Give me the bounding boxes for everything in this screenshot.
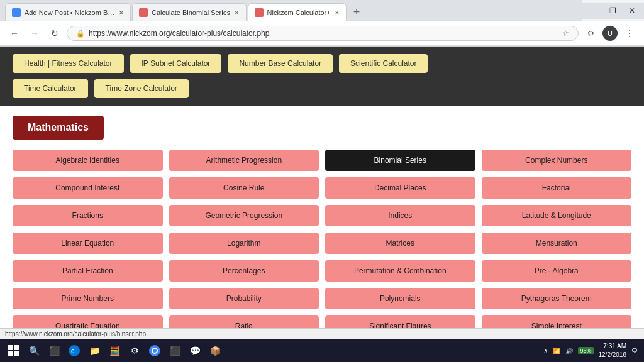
edge-icon[interactable]: e — [65, 342, 83, 347]
math-item-algebraic-identities[interactable]: Algebraic Identities — [13, 150, 163, 171]
health-fitness-btn[interactable]: Health | Fitness Calculator — [13, 54, 124, 73]
math-item-matrices[interactable]: Matrices — [325, 233, 475, 254]
calc-row-2: Time Calculator Time Zone Calculator — [13, 79, 631, 98]
math-item-complex-numbers[interactable]: Complex Numbers — [482, 150, 632, 171]
taskbar-right: ∧ 📶 🔊 95% 7:31 AM 12/2/2018 🗨 — [543, 342, 640, 347]
math-title: Mathematics — [13, 116, 104, 140]
tab-1[interactable]: Add New Post • Nickzom Blog – × — [5, 3, 131, 21]
settings-icon[interactable]: ⚙ — [126, 342, 143, 347]
page-content: Health | Fitness Calculator IP Subnet Ca… — [0, 47, 644, 347]
tab-2-title: Calculate Binomial Series — [152, 9, 230, 16]
svg-rect-1 — [14, 345, 19, 347]
user-avatar[interactable]: U — [602, 26, 618, 41]
lock-icon: 🔒 — [76, 30, 85, 38]
svg-rect-0 — [8, 345, 13, 347]
tab-1-title: Add New Post • Nickzom Blog – — [25, 9, 115, 16]
status-bar: https://www.nickzom.org/calculator-plus/… — [0, 328, 644, 339]
time-display: 7:31 AM 12/2/2018 — [599, 342, 627, 347]
number-base-btn[interactable]: Number Base Calculator — [228, 54, 333, 73]
math-item-factorial[interactable]: Factorial — [482, 177, 632, 199]
ip-subnet-btn[interactable]: IP Subnet Calculator — [130, 54, 222, 73]
math-item-polynomials[interactable]: Polynomials — [325, 288, 475, 309]
math-item-pre-algebra[interactable]: Pre - Algebra — [482, 260, 632, 282]
nav-right: ⚙ U ⋮ — [582, 25, 638, 41]
math-item-percentages[interactable]: Percentages — [169, 260, 319, 282]
timezone-btn[interactable]: Time Zone Calculator — [94, 79, 189, 98]
tab-2-favicon — [139, 8, 148, 17]
app-icon-8[interactable]: 💬 — [186, 342, 204, 347]
taskbar: 🔍 ⬛ e 📁 🧮 ⚙ ⬛ 💬 📦 ∧ 📶 🔊 95% 7:31 AM 12/2… — [0, 339, 644, 347]
app-icon-7[interactable]: ⬛ — [166, 342, 184, 347]
calc-row-1: Health | Fitness Calculator IP Subnet Ca… — [13, 54, 631, 73]
extensions-button[interactable]: ⚙ — [582, 25, 599, 41]
math-item-logarithm[interactable]: Logarithm — [169, 233, 319, 254]
math-item-permutation-combination[interactable]: Permutation & Combination — [325, 260, 475, 282]
tab-2-close[interactable]: × — [234, 8, 239, 18]
back-button[interactable]: ← — [6, 25, 23, 41]
tab-3[interactable]: Nickzom Calculator+ × — [248, 3, 347, 21]
math-section: Mathematics Algebraic IdentitiesArithmet… — [0, 106, 644, 347]
tab-1-close[interactable]: × — [119, 8, 124, 18]
nav-bar: ← → ↻ 🔒 https://www.nickzom.org/calculat… — [0, 21, 644, 46]
math-item-indices[interactable]: Indices — [325, 205, 475, 226]
math-item-cosine-rule[interactable]: Cosine Rule — [169, 177, 319, 199]
bookmark-icon[interactable]: ☆ — [562, 29, 569, 38]
browser-chrome: Add New Post • Nickzom Blog – × Calculat… — [0, 0, 644, 47]
time-calc-btn[interactable]: Time Calculator — [13, 79, 88, 98]
new-tab-button[interactable]: + — [348, 4, 365, 21]
math-item-partial-fraction[interactable]: Partial Fraction — [13, 260, 163, 282]
math-item-probability[interactable]: Probability — [169, 288, 319, 309]
tab-2[interactable]: Calculate Binomial Series × — [132, 3, 247, 21]
tab-3-title: Nickzom Calculator+ — [267, 9, 331, 16]
math-item-prime-numbers[interactable]: Prime Numbers — [13, 288, 163, 309]
math-item-fractions[interactable]: Fractions — [13, 205, 163, 226]
chrome-icon[interactable] — [146, 342, 164, 347]
tab-3-close[interactable]: × — [335, 8, 340, 18]
math-item-binomial-series[interactable]: Binomial Series — [325, 150, 475, 171]
minimize-button[interactable]: ─ — [587, 5, 601, 16]
tab-bar: Add New Post • Nickzom Blog – × Calculat… — [0, 0, 644, 21]
svg-point-4 — [69, 345, 80, 347]
scientific-btn[interactable]: Scientific Calculator — [339, 54, 428, 73]
reload-button[interactable]: ↻ — [47, 25, 63, 41]
forward-button[interactable]: → — [26, 25, 43, 41]
file-explorer-icon[interactable]: 📁 — [86, 342, 103, 347]
search-taskbar-icon[interactable]: 🔍 — [25, 342, 43, 347]
math-grid: Algebraic IdentitiesArithmetic Progressi… — [13, 150, 631, 337]
math-item-geometric-progression[interactable]: Geometric Progression — [169, 205, 319, 226]
math-item-linear-equation[interactable]: Linear Equation — [13, 233, 163, 254]
start-button[interactable] — [4, 341, 23, 347]
math-item-latitude-longitude[interactable]: Latitude & Longitude — [482, 205, 632, 226]
close-button[interactable]: ✕ — [625, 5, 639, 16]
calculator-taskbar-icon[interactable]: 🧮 — [106, 342, 123, 347]
menu-button[interactable]: ⋮ — [621, 25, 638, 41]
task-view-icon[interactable]: ⬛ — [45, 342, 63, 347]
app-icon-9[interactable]: 📦 — [206, 342, 224, 347]
svg-point-6 — [149, 345, 160, 347]
tab-1-favicon — [12, 8, 21, 17]
status-url: https://www.nickzom.org/calculator-plus/… — [5, 331, 146, 337]
math-item-compound-interest[interactable]: Compound Interest — [13, 177, 163, 199]
math-item-decimal-places[interactable]: Decimal Places — [325, 177, 475, 199]
url-text: https://www.nickzom.org/calculator-plus/… — [89, 29, 269, 38]
tab-3-favicon — [255, 8, 264, 17]
math-item-arithmetic-progression[interactable]: Arithmetic Progression — [169, 150, 319, 171]
math-item-mensuration[interactable]: Mensuration — [482, 233, 632, 254]
calc-bar: Health | Fitness Calculator IP Subnet Ca… — [0, 47, 644, 106]
restore-button[interactable]: ❐ — [606, 5, 620, 16]
taskbar-time: 7:31 AM — [599, 342, 627, 347]
address-bar[interactable]: 🔒 https://www.nickzom.org/calculator-plu… — [67, 26, 579, 41]
math-item-pythagoras-theorem[interactable]: Pythagoras Theorem — [482, 288, 632, 309]
